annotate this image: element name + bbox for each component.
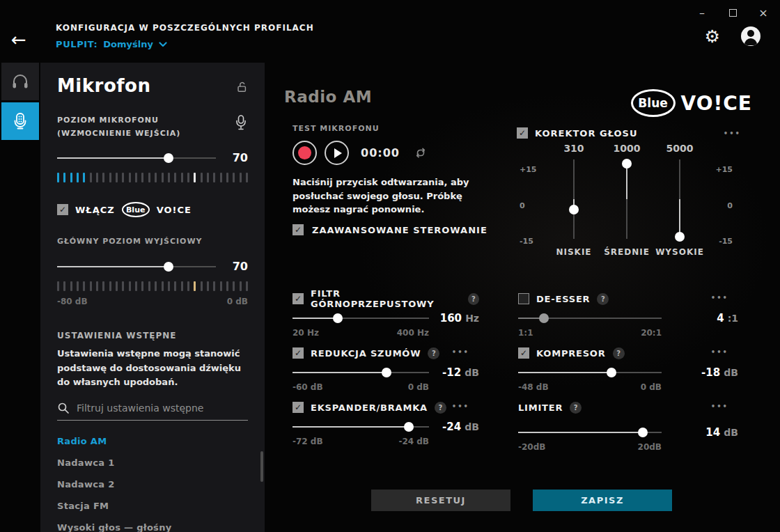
slider-handle[interactable] <box>675 232 685 242</box>
recording-timer: 00:00 <box>361 146 400 159</box>
slider-handle[interactable] <box>164 262 173 272</box>
preset-item[interactable]: Nadawca 1 <box>57 452 248 474</box>
main-content: Radio AM Blue VO!CE TEST MIKROFONU 00:00… <box>265 63 780 532</box>
reset-button[interactable]: RESETUJ <box>371 490 510 511</box>
highpass-checkbox[interactable]: ✓ <box>292 293 304 304</box>
mic-test-label: TEST MIKROFONU <box>292 123 380 136</box>
noise-checkbox[interactable]: ✓ <box>292 347 304 359</box>
effect-compressor: ••• ✓ KOMPRESOR ? -18 dB -48 dB 0 dB <box>518 347 738 392</box>
effect-label: FILTR GÓRNOPRZEPUSTOWY <box>311 288 461 309</box>
headphones-icon <box>10 72 30 91</box>
blue-logo: Blue <box>631 89 676 117</box>
expander-menu-icon[interactable]: ••• <box>452 402 469 410</box>
help-icon[interactable]: ? <box>468 293 479 305</box>
slider-handle[interactable] <box>404 422 414 432</box>
compressor-menu-icon[interactable]: ••• <box>711 348 728 356</box>
expander-checkbox[interactable]: ✓ <box>292 402 304 413</box>
deesser-menu-icon[interactable]: ••• <box>711 294 728 302</box>
compressor-checkbox[interactable]: ✓ <box>518 347 529 359</box>
expander-slider[interactable] <box>292 422 429 432</box>
save-button[interactable]: ZAPISZ <box>533 490 672 511</box>
page-title: KONFIGURACJA W POSZCZEGÓLNYCH PROFILACH <box>56 23 314 33</box>
presets-heading: USTAWIENIA WSTĘPNE <box>57 329 248 343</box>
slider-handle[interactable] <box>569 205 579 214</box>
blue-voice-checkbox[interactable]: ✓ <box>57 204 68 215</box>
mic-level-value: 70 <box>224 151 248 164</box>
output-level-slider[interactable] <box>57 262 216 272</box>
eq-freq-label: 5000 <box>666 143 694 154</box>
microphone-panel: Mikrofon POZIOM MIKROFONU (WZMOCNIENIE W… <box>40 63 265 532</box>
eq-band-name: WYSOKIE <box>655 247 704 257</box>
mic-source-icon[interactable] <box>234 114 248 131</box>
close-button[interactable]: × <box>754 6 773 19</box>
limiter-menu-icon[interactable]: ••• <box>711 402 728 410</box>
range-min: -48 dB <box>518 382 549 392</box>
preset-item[interactable]: Nadawca 2 <box>57 474 248 495</box>
maximize-icon <box>729 9 737 17</box>
maximize-button[interactable] <box>723 6 742 19</box>
output-level-label: GŁÓWNY POZIOM WYJŚCIOWY <box>57 235 248 249</box>
equalizer-menu-icon[interactable]: ••• <box>724 130 741 137</box>
help-icon[interactable]: ? <box>613 347 625 359</box>
deesser-checkbox[interactable]: ✓ <box>518 293 529 304</box>
help-icon[interactable]: ? <box>570 402 582 414</box>
slider-handle[interactable] <box>382 368 391 377</box>
record-icon <box>298 146 311 159</box>
help-icon[interactable]: ? <box>428 347 439 359</box>
effect-value: 4 :1 <box>662 311 738 324</box>
effect-label: LIMITER <box>518 402 563 413</box>
noise-menu-icon[interactable]: ••• <box>452 348 469 356</box>
slider-handle[interactable] <box>164 153 173 163</box>
top-header: ← KONFIGURACJA W POSZCZEGÓLNYCH PROFILAC… <box>0 0 780 63</box>
blue-voice-brand: Blue VO!CE <box>631 89 752 117</box>
panel-scrollbar[interactable] <box>260 451 263 482</box>
loop-icon[interactable] <box>414 147 427 159</box>
slider-handle[interactable] <box>333 313 343 323</box>
account-icon[interactable] <box>741 26 760 46</box>
record-button[interactable] <box>292 141 317 165</box>
preset-item[interactable]: Wysoki głos — głośny <box>57 517 248 532</box>
eq-high-slider[interactable] <box>675 159 685 239</box>
eq-scale-left: +15 0 -15 <box>517 143 547 257</box>
rail-tab-microphone[interactable] <box>1 102 39 140</box>
advanced-controls-checkbox[interactable]: ✓ <box>292 224 304 235</box>
rail-tab-headset[interactable] <box>1 63 39 100</box>
chevron-down-icon <box>159 42 167 47</box>
slider-handle[interactable] <box>607 368 616 377</box>
device-rail <box>0 63 40 532</box>
eq-mid-slider[interactable] <box>622 159 632 239</box>
meter-min-label: -80 dB <box>57 297 88 306</box>
play-button[interactable] <box>325 141 349 165</box>
highpass-slider[interactable] <box>292 313 429 323</box>
eq-low-slider[interactable] <box>569 159 579 239</box>
slider-handle[interactable] <box>622 159 632 169</box>
preset-item[interactable]: Radio AM <box>57 430 248 452</box>
effect-highpass-filter: ✓ FILTR GÓRNOPRZEPUSTOWY ? 160 Hz 20 Hz … <box>292 292 479 338</box>
equalizer-checkbox[interactable]: ✓ <box>517 127 528 139</box>
noise-slider[interactable] <box>292 368 429 377</box>
range-max: 400 Hz <box>397 328 429 338</box>
deesser-slider[interactable] <box>518 313 662 323</box>
voice-equalizer: ✓ KOREKTOR GŁOSU ••• +15 0 -15 310 NISKI… <box>517 127 741 257</box>
range-max: 20dB <box>638 442 662 452</box>
mic-level-slider[interactable] <box>57 153 216 163</box>
limiter-slider[interactable] <box>518 428 662 437</box>
help-icon[interactable]: ? <box>435 402 446 414</box>
gear-icon[interactable]: ⚙ <box>705 28 720 45</box>
preset-list: Radio AM Nadawca 1 Nadawca 2 Stacja FM W… <box>57 430 248 532</box>
blue-logo-small: Blue <box>122 202 150 217</box>
help-icon[interactable]: ? <box>597 293 609 305</box>
unlock-icon[interactable] <box>235 81 248 93</box>
compressor-slider[interactable] <box>518 368 662 377</box>
minimize-button[interactable]: – <box>692 6 712 19</box>
slider-handle[interactable] <box>638 428 648 437</box>
preset-filter-input[interactable] <box>77 402 248 414</box>
effects-column-left: ✓ FILTR GÓRNOPRZEPUSTOWY ? 160 Hz 20 Hz … <box>292 292 479 455</box>
preset-item[interactable]: Stacja FM <box>57 495 248 517</box>
effect-value: -12 dB <box>429 366 479 379</box>
profile-selector[interactable]: PULPIT: Domyślny <box>56 39 314 49</box>
eq-band-name: ŚREDNIE <box>604 247 650 257</box>
slider-handle[interactable] <box>539 313 549 323</box>
mic-test-description: Naciśnij przycisk odtwarzania, aby posłu… <box>292 175 501 217</box>
back-arrow-icon[interactable]: ← <box>11 29 26 50</box>
